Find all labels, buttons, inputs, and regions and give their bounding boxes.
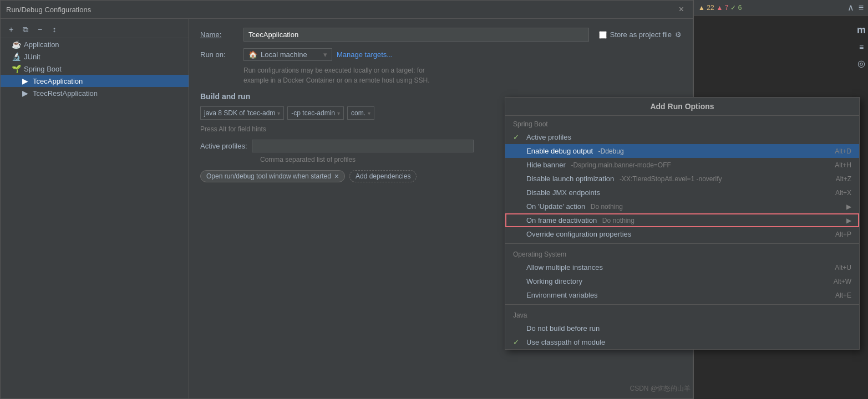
sidebar-item-tcec-application[interactable]: ▶ TcecApplication xyxy=(1,75,189,87)
remove-config-button[interactable]: − xyxy=(34,23,46,35)
springboot-icon: 🌱 xyxy=(12,64,21,73)
sidebar-section-springboot[interactable]: 🌱 Spring Boot xyxy=(1,63,189,75)
open-window-tag: Open run/debug tool window when started … xyxy=(200,170,345,182)
add-deps-button[interactable]: Add dependencies xyxy=(349,170,417,182)
application-icon: ☕ xyxy=(12,40,21,49)
sdk-dropdown[interactable]: java 8 SDK of 'tcec-adm ▾ xyxy=(200,106,284,120)
hint-text: Run configurations may be executed local… xyxy=(243,65,682,85)
add-deps-label: Add dependencies xyxy=(356,172,410,180)
popup-item-on-frame[interactable]: On frame deactivation Do nothing ▶ xyxy=(505,213,859,227)
popup-item-enable-debug[interactable]: Enable debug output -Ddebug Alt+D xyxy=(505,144,859,158)
shortcut-allow-multiple: Alt+U xyxy=(835,264,851,272)
popup-item-no-build[interactable]: Do not build before run xyxy=(505,321,859,335)
cp-dropdown[interactable]: -cp tcec-admin ▾ xyxy=(287,106,344,120)
ok-count: ✓ 6 xyxy=(730,4,742,12)
popup-item-text-disable-launch: Disable launch optimization -XX:TieredSt… xyxy=(526,175,831,183)
popup-title: Add Run Options xyxy=(505,98,859,116)
chevron-down-icon-cp: ▾ xyxy=(337,110,340,116)
sidebar-section-junit[interactable]: 🔬 JUnit xyxy=(1,50,189,63)
sidebar-label-application: Application xyxy=(24,40,59,49)
popup-item-use-classpath[interactable]: ✓ Use classpath of module xyxy=(505,335,859,349)
popup-item-env-vars[interactable]: Environment variables Alt+E xyxy=(505,288,859,302)
warning-badges: ▲ 22 ▲ 7 ✓ 6 xyxy=(698,4,742,12)
popup-item-disable-launch[interactable]: Disable launch optimization -XX:TieredSt… xyxy=(505,172,859,186)
open-window-tag-close[interactable]: × xyxy=(334,172,339,180)
shortcut-enable-debug: Alt+D xyxy=(835,147,851,155)
ide-right-panel: m ≡ ◎ xyxy=(855,20,868,73)
name-input[interactable] xyxy=(243,28,589,42)
popup-item-text-allow-multiple: Allow multiple instances xyxy=(526,263,830,272)
popup-item-text-hide-banner: Hide banner -Dspring.main.banner-mode=OF… xyxy=(526,161,830,169)
popup-item-text-env-vars: Environment variables xyxy=(526,291,831,299)
check-icon-use-classpath: ✓ xyxy=(513,338,522,346)
manage-targets-link[interactable]: Manage targets... xyxy=(337,50,393,59)
sidebar-item-tcec-rest-application[interactable]: ▶ TcecRestApplication xyxy=(1,87,189,99)
copy-config-button[interactable]: ⧉ xyxy=(19,23,32,35)
cp-value: -cp tcec-admin xyxy=(291,109,335,117)
sidebar-item-label-tcec: TcecApplication xyxy=(33,77,83,85)
divider-2 xyxy=(505,304,859,305)
popup-item-text-on-update: On 'Update' action Do nothing xyxy=(526,202,837,211)
warning-count: ▲ 22 xyxy=(698,4,714,12)
shortcut-override-config: Alt+P xyxy=(835,231,851,238)
store-project-file-checkbox[interactable] xyxy=(599,31,607,39)
run-on-label: Run on: xyxy=(200,50,239,59)
dialog-titlebar: Run/Debug Configurations × xyxy=(1,1,693,19)
sidebar: + ⧉ − ↕ ☕ Application 🔬 JUnit 🌱 Spring B… xyxy=(1,19,189,398)
run-on-value: Local machine xyxy=(261,50,307,59)
chevron-down-icon-class: ▾ xyxy=(368,110,370,116)
sdk-value: java 8 SDK of 'tcec-adm xyxy=(204,109,275,117)
popup-item-text-override-config: Override configuration properties xyxy=(526,230,831,238)
popup-item-text-active-profiles: Active profiles xyxy=(526,133,851,141)
popup-item-working-dir[interactable]: Working directory Alt+W xyxy=(505,274,859,288)
m-icon[interactable]: m xyxy=(857,24,866,36)
shortcut-hide-banner: Alt+H xyxy=(835,161,851,169)
chevron-down-icon-sdk: ▾ xyxy=(277,110,280,116)
popup-item-override-config[interactable]: Override configuration properties Alt+P xyxy=(505,227,859,241)
popup-item-text-working-dir: Working directory xyxy=(526,277,829,285)
popup-item-text-no-build: Do not build before run xyxy=(526,324,851,332)
local-machine-icon: 🏠 xyxy=(248,50,257,59)
popup-item-text-enable-debug: Enable debug output -Ddebug xyxy=(526,147,830,155)
watermark: CSDN @恼怒的山羊 xyxy=(630,384,691,393)
shortcut-working-dir: Alt+W xyxy=(834,278,851,285)
arrow-icon-on-update: ▶ xyxy=(846,203,851,211)
run-on-row: Run on: 🏠 Local machine ▾ Manage targets… xyxy=(200,48,682,61)
ide-circle-icon[interactable]: ◎ xyxy=(857,58,865,69)
name-row: Name: Store as project file ⚙ xyxy=(200,28,682,42)
popup-item-allow-multiple[interactable]: Allow multiple instances Alt+U xyxy=(505,260,859,274)
main-class-dropdown[interactable]: com. ▾ xyxy=(347,106,374,120)
add-config-button[interactable]: + xyxy=(5,23,17,35)
popup-item-disable-jmx[interactable]: Disable JMX endpoints Alt+X xyxy=(505,186,859,200)
ide-settings-icon[interactable]: ≡ xyxy=(859,43,864,52)
popup-item-active-profiles[interactable]: ✓ Active profiles xyxy=(505,130,859,144)
sidebar-section-application[interactable]: ☕ Application xyxy=(1,38,189,50)
close-button[interactable]: × xyxy=(676,4,687,15)
arrow-icon-on-frame: ▶ xyxy=(846,217,851,224)
popup-item-text-disable-jmx: Disable JMX endpoints xyxy=(526,188,831,197)
hamburger-icon[interactable]: ≡ xyxy=(859,3,864,13)
expand-icon[interactable]: ∧ xyxy=(847,2,854,13)
run-on-select[interactable]: 🏠 Local machine ▾ xyxy=(243,48,332,61)
active-profiles-label: Active profiles: xyxy=(200,142,247,150)
watermark-text: CSDN @恼怒的山羊 xyxy=(630,385,691,392)
chevron-down-icon: ▾ xyxy=(323,50,327,59)
active-profiles-input[interactable] xyxy=(252,140,474,152)
sidebar-label-junit: JUnit xyxy=(24,53,40,61)
shortcut-disable-launch: Alt+Z xyxy=(836,175,851,183)
main-class-value: com. xyxy=(351,109,366,117)
os-section-label: Operating System xyxy=(505,246,859,260)
popup-item-on-update[interactable]: On 'Update' action Do nothing ▶ xyxy=(505,200,859,213)
sort-config-button[interactable]: ↕ xyxy=(48,23,60,35)
shortcut-disable-jmx: Alt+X xyxy=(835,189,851,197)
sidebar-label-springboot: Spring Boot xyxy=(24,65,62,73)
settings-icon: ⚙ xyxy=(675,30,682,39)
java-section-label: Java xyxy=(505,307,859,321)
sidebar-item-label-tcec-rest: TcecRestApplication xyxy=(33,89,98,98)
popup-item-hide-banner[interactable]: Hide banner -Dspring.main.banner-mode=OF… xyxy=(505,158,859,172)
spring-boot-section-label: Spring Boot xyxy=(505,116,859,130)
store-project-file-label: Store as project file xyxy=(610,30,672,39)
popup-item-text-use-classpath: Use classpath of module xyxy=(526,338,851,346)
sidebar-toolbar: + ⧉ − ↕ xyxy=(1,21,189,38)
popup-item-text-on-frame: On frame deactivation Do nothing xyxy=(526,216,837,224)
